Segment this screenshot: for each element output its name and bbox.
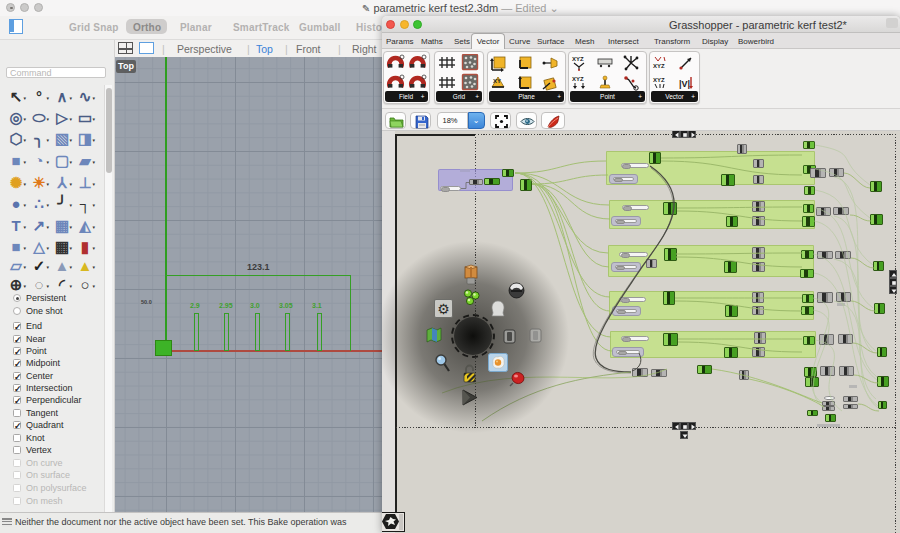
svg-text:XYZ: XYZ <box>653 77 665 83</box>
svg-text:XYZ: XYZ <box>572 56 584 62</box>
svg-text:XYZ: XYZ <box>653 63 665 69</box>
svg-text:|V|: |V| <box>679 79 690 89</box>
svg-text:XY: XY <box>493 78 501 84</box>
svg-text:⚙: ⚙ <box>437 301 450 317</box>
svg-text:XYZ: XYZ <box>572 76 584 82</box>
